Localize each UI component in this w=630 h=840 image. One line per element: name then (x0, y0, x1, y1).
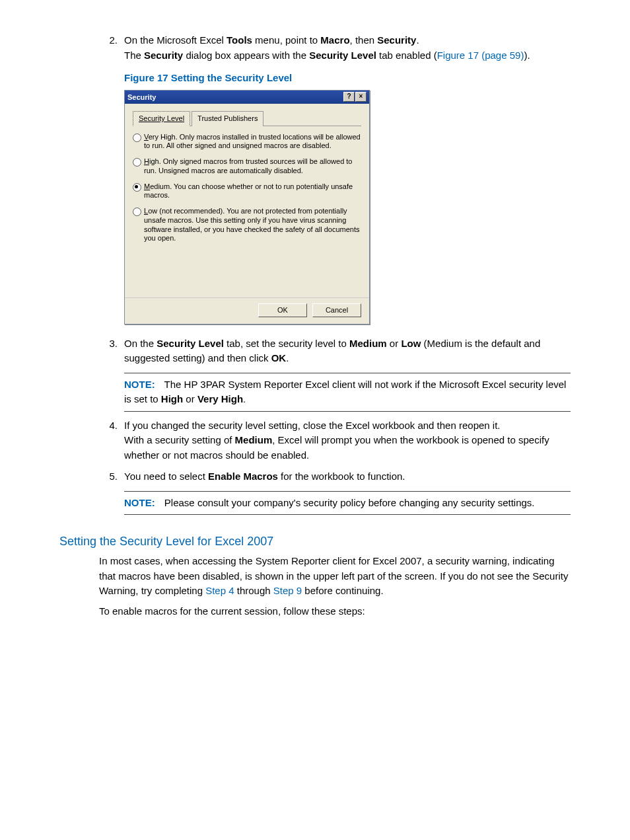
step-4-link[interactable]: Step 4 (205, 585, 234, 596)
text: or (183, 393, 197, 404)
text: tab enabled ( (376, 50, 437, 61)
text: dialog box appears with the (183, 50, 309, 61)
bold: Enable Macros (208, 471, 278, 482)
dialog-tabs: Security Level Trusted Publishers (133, 110, 361, 126)
note-block: NOTE: The HP 3PAR System Reporter Excel … (124, 373, 571, 412)
dialog-title: Security (127, 92, 156, 103)
step-3: 3. On the Security Level tab, set the se… (99, 336, 571, 412)
radio-label: Medium. You can choose whether or not to… (144, 182, 361, 201)
radio-low[interactable]: Low (not recommended). You are not prote… (133, 207, 361, 243)
bold: Macro (320, 34, 349, 46)
dialog-titlebar: Security ? × (125, 91, 369, 104)
text: or (387, 338, 402, 349)
bold: High (161, 393, 183, 404)
text: . (243, 393, 246, 404)
text: . (416, 34, 419, 46)
text: On the Microsoft Excel (124, 34, 227, 46)
step-number: 2. (99, 33, 118, 48)
step-number: 5. (99, 469, 118, 484)
tab-label: Trusted Publishers (197, 114, 258, 122)
note-label: NOTE: (124, 497, 155, 508)
text: On the (124, 338, 157, 349)
radio-medium[interactable]: Medium. You can choose whether or not to… (133, 182, 361, 201)
text: ). (524, 50, 530, 61)
step-number: 4. (99, 418, 118, 434)
step-2: 2. On the Microsoft Excel Tools menu, po… (99, 33, 571, 325)
bold: Security Level (157, 338, 224, 349)
help-icon[interactable]: ? (343, 92, 355, 102)
text: With a security setting of (124, 434, 235, 445)
section-heading-excel-2007: Setting the Security Level for Excel 200… (59, 535, 571, 549)
text: . (286, 352, 289, 363)
step-number: 3. (99, 336, 118, 352)
text: You need to select (124, 471, 208, 482)
step-4: 4. If you changed the security level set… (99, 418, 571, 463)
bold: Medium (235, 434, 273, 445)
text: before continuing. (302, 585, 383, 596)
note-block: NOTE: Please consult your company's secu… (124, 491, 571, 515)
radio-icon (133, 134, 141, 142)
bold: Security (377, 34, 416, 46)
mnemonic: H (144, 157, 149, 165)
mnemonic: V (144, 133, 149, 141)
text: ow (not recommended). You are not protec… (144, 207, 360, 242)
text: ery High. Only macros installed in trust… (144, 133, 361, 150)
ok-button[interactable]: OK (258, 303, 307, 317)
text: for the workbook to function. (278, 471, 405, 482)
text: tab, set the security level to (224, 338, 349, 349)
bold: Very High (197, 393, 243, 404)
tab-security-level[interactable]: Security Level (133, 111, 190, 126)
radio-icon-selected (133, 183, 141, 192)
text: If you changed the security level settin… (124, 420, 501, 431)
text: The (124, 50, 144, 61)
tab-label: Security Level (139, 114, 184, 122)
text: edium. You can choose whether or not to … (144, 182, 353, 200)
security-dialog: Security ? × Security Level Trusted Publ… (124, 90, 370, 325)
bold: OK (271, 352, 287, 363)
radio-label: Low (not recommended). You are not prote… (144, 207, 361, 243)
radio-very-high[interactable]: Very High. Only macros installed in trus… (133, 133, 361, 151)
close-icon[interactable]: × (355, 92, 367, 102)
text: Please consult your company's security p… (164, 497, 535, 508)
tab-trusted-publishers[interactable]: Trusted Publishers (192, 111, 263, 126)
bold: Security Level (309, 50, 376, 61)
text: menu, point to (252, 34, 320, 46)
step-2-line-2: The Security dialog box appears with the… (124, 50, 530, 61)
radio-icon (133, 158, 141, 167)
note-label: NOTE: (124, 379, 155, 390)
step-2-line-1: On the Microsoft Excel Tools menu, point… (124, 34, 419, 46)
cancel-button[interactable]: Cancel (312, 303, 361, 317)
section-paragraph-2: To enable macros for the current session… (99, 604, 571, 619)
radio-label: Very High. Only macros installed in trus… (144, 133, 361, 151)
radio-label: High. Only signed macros from trusted so… (144, 157, 361, 176)
mnemonic: M (144, 182, 150, 190)
bold: Medium (349, 338, 387, 349)
radio-high[interactable]: High. Only signed macros from trusted so… (133, 157, 361, 176)
step-9-link[interactable]: Step 9 (273, 585, 302, 596)
text: igh. Only signed macros from trusted sou… (144, 157, 352, 174)
text: through (234, 585, 273, 596)
text: , then (350, 34, 378, 46)
figure-caption: Figure 17 Setting the Security Level (124, 71, 571, 86)
step-5: 5. You need to select Enable Macros for … (99, 469, 571, 515)
bold: Tools (227, 34, 252, 46)
figure-ref-link[interactable]: Figure 17 (page 59) (437, 50, 524, 61)
radio-icon (133, 208, 141, 216)
bold: Security (144, 50, 183, 61)
bold: Low (401, 338, 421, 349)
section-paragraph-1: In most cases, when accessing the System… (99, 554, 571, 599)
